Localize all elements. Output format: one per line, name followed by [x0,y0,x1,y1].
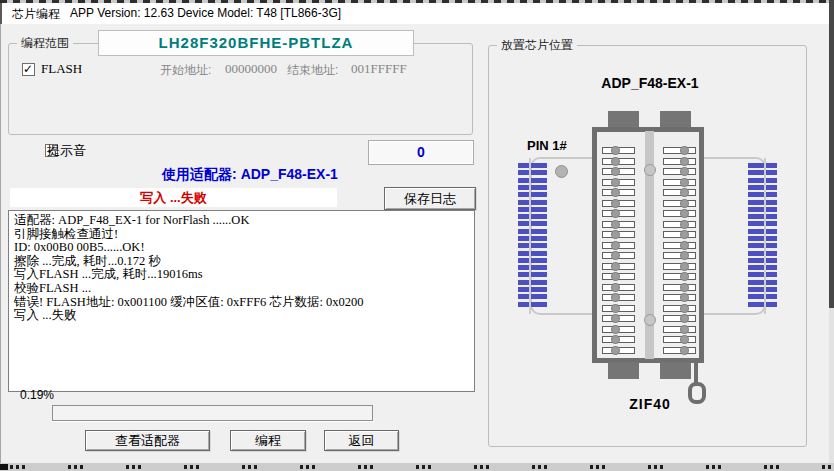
socket-slot [602,252,635,259]
beep-checkbox-label: 提示音 [47,142,86,160]
socket-slot [663,252,696,259]
socket-slot [602,273,635,280]
socket-slot [602,284,635,291]
status-bar: 写入 ...失败 [10,188,337,207]
socket-slot [663,273,696,280]
socket-slot [663,168,696,175]
save-log-button[interactable]: 保存日志 [384,187,476,210]
placement-group-label: 放置芯片位置 [497,38,577,52]
adapter-name-label: ADP_F48-EX-1 [530,75,770,91]
socket-slot [663,179,696,186]
log-line: 引脚接触检查通过! [14,228,469,242]
socket-slot [602,326,635,333]
socket-screw-hole [644,164,656,176]
socket-slot [663,189,696,196]
window-title: 芯片编程 [12,6,60,23]
pin-header-left [518,163,547,309]
socket-right-slots [663,147,696,354]
log-line: 擦除 ...完成, 耗时...0.172 秒 [14,255,469,269]
background-window-bottom-sliver [0,463,834,471]
socket-slot [663,305,696,312]
progress-bar [52,405,373,421]
socket-slot [602,305,635,312]
socket-slot [663,336,696,343]
socket-slot [602,168,635,175]
socket-slot [663,200,696,207]
log-line: 错误! FLASH地址: 0x001100 缓冲区值: 0xFFF6 芯片数据:… [14,296,469,310]
progress-percent: 0.19% [20,388,54,402]
socket-slot [602,242,635,249]
socket-slot [602,315,635,322]
log-box[interactable]: 适配器: ADP_F48_EX-1 for NorFlash ......OK … [8,210,475,392]
background-window-right-sliver [829,0,834,308]
end-address-label: 结束地址: [287,62,338,79]
socket-slot [602,200,635,207]
socket-slot [602,189,635,196]
pin1-marker-icon [555,165,568,178]
socket-slot [602,221,635,228]
socket-lever [694,358,698,385]
end-address-value: 001FFFFF [351,61,407,77]
adapter-in-use-text: 使用适配器: ADP_F48-EX-1 [20,166,480,184]
log-line: ID: 0x00B0 00B5......OK! [14,241,469,255]
socket-slot [663,326,696,333]
socket-slot [663,210,696,217]
log-line: 写入FLASH ...完成, 耗时...19016ms [14,268,469,282]
flash-checkbox-label: FLASH [41,61,82,77]
socket-screw-hole [644,314,656,326]
socket-tab-bottom-right [660,362,691,379]
pin-header-right [748,163,777,309]
range-group-label: 编程范围 [17,36,73,50]
socket-slot [602,147,635,154]
socket-tab-bottom-left [608,362,639,379]
socket-slot [663,158,696,165]
socket-tab-top-right [660,111,691,128]
log-line: 写入 ...失败 [14,309,469,323]
log-line: 校验FLASH ... [14,282,469,296]
title-bar[interactable]: 芯片编程 APP Version: 12.63 Device Model: T4… [0,3,829,24]
socket-tab-top-left [608,111,639,128]
socket-slot [663,147,696,154]
background-fragment [0,464,8,470]
socket-slot [602,179,635,186]
socket-slot [663,263,696,270]
start-address-value: 00000000 [225,61,277,77]
background-window-right-sliver-lower [829,308,834,471]
socket-slot [663,294,696,301]
socket-slot [602,158,635,165]
socket-slot [602,210,635,217]
program-button[interactable]: 编程 [230,430,306,451]
socket-slot [602,336,635,343]
range-groupbox: 编程范围 [8,43,473,135]
socket-slot [602,263,635,270]
flash-checkbox[interactable] [22,63,35,76]
socket-slot [602,294,635,301]
log-line: 适配器: ADP_F48_EX-1 for NorFlash ......OK [14,214,469,228]
counter-box: 0 [368,140,474,165]
socket-slot [602,347,635,354]
socket-slot [663,221,696,228]
app-version-text: APP Version: 12.63 Device Model: T48 [TL… [70,6,341,20]
socket-left-slots [602,147,635,354]
socket-slot [663,231,696,238]
view-adapter-button[interactable]: 查看适配器 [85,430,210,451]
chip-name-box: LH28F320BFHE-PBTLZA [98,30,414,56]
zif40-label: ZIF40 [560,396,740,412]
chip-programming-dialog: 芯片编程 APP Version: 12.63 Device Model: T4… [0,0,834,471]
back-button[interactable]: 返回 [324,430,399,451]
socket-slot [663,242,696,249]
pin1-label: PIN 1# [527,138,567,153]
socket-slot [663,347,696,354]
socket-slot [602,231,635,238]
start-address-label: 开始地址: [160,62,211,79]
socket-slot [663,315,696,322]
background-dashes [10,465,834,469]
socket-slot [663,284,696,291]
